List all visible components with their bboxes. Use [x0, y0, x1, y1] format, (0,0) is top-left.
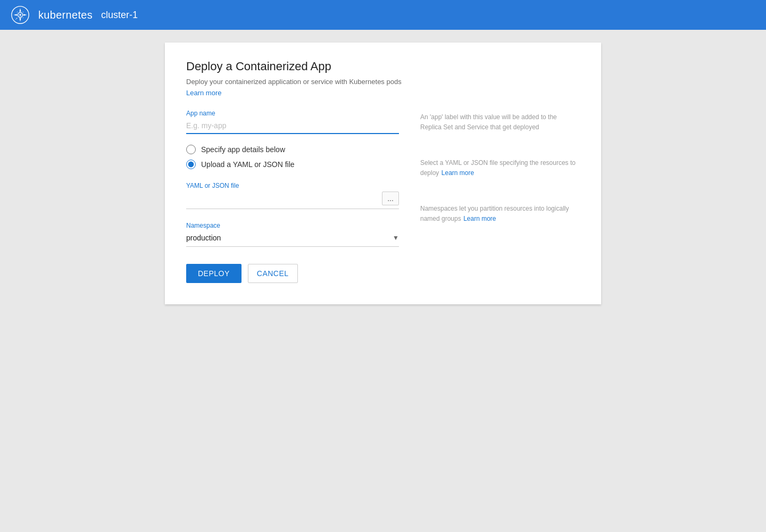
app-name-input[interactable] [186, 119, 399, 134]
namespace-dropdown-icon: ▼ [393, 234, 399, 242]
deploy-button[interactable]: DEPLOY [186, 264, 242, 283]
radio-specify-label: Specify app details below [201, 145, 285, 154]
radio-upload[interactable]: Upload a YAML or JSON file [186, 160, 399, 169]
svg-marker-6 [23, 18, 26, 20]
namespace-learn-more-link[interactable]: Learn more [463, 215, 496, 222]
cluster-name-label: cluster-1 [101, 10, 138, 21]
yaml-file-label: YAML or JSON file [186, 182, 399, 189]
svg-marker-2 [19, 18, 21, 21]
radio-upload-input[interactable] [186, 160, 196, 169]
namespace-hint: Namespaces let you partition resources i… [420, 203, 580, 223]
radio-upload-label: Upload a YAML or JSON file [201, 160, 295, 169]
main-content: Deploy a Containerized App Deploy your c… [0, 30, 766, 532]
app-name-hint-text: An 'app' label with this value will be a… [420, 113, 557, 131]
radio-specify-input[interactable] [186, 145, 196, 154]
deploy-method-radio-group: Specify app details below Upload a YAML … [186, 145, 399, 169]
deploy-card: Deploy a Containerized App Deploy your c… [165, 43, 601, 304]
yaml-file-input[interactable] [186, 194, 378, 203]
app-name-label: kubernetes [38, 9, 93, 21]
svg-marker-5 [15, 10, 18, 12]
card-subtitle: Deploy your containerized application or… [186, 78, 580, 86]
svg-marker-8 [15, 18, 18, 20]
app-name-label: App name [186, 110, 399, 117]
svg-marker-4 [23, 14, 27, 16]
right-column: An 'app' label with this value will be a… [420, 110, 580, 283]
svg-marker-3 [13, 14, 17, 16]
left-column: App name Specify app details below Uploa… [186, 110, 399, 283]
namespace-select-container: default production staging ▼ [186, 231, 399, 247]
namespace-field: Namespace default production staging ▼ [186, 222, 399, 247]
namespace-label: Namespace [186, 222, 399, 229]
yaml-hint: Select a YAML or JSON file specifying th… [420, 157, 580, 178]
svg-marker-1 [19, 8, 21, 12]
yaml-input-row: ... [186, 192, 399, 209]
svg-point-10 [19, 14, 21, 16]
card-learn-more-link[interactable]: Learn more [186, 89, 221, 97]
app-header: kubernetes cluster-1 [0, 0, 766, 30]
yaml-learn-more-link[interactable]: Learn more [442, 169, 474, 177]
radio-specify[interactable]: Specify app details below [186, 145, 399, 154]
app-name-field: App name [186, 110, 399, 145]
svg-marker-7 [23, 10, 26, 12]
namespace-select[interactable]: default production staging [186, 231, 393, 244]
card-title: Deploy a Containerized App [186, 60, 580, 73]
actions-row: DEPLOY CANCEL [186, 264, 399, 283]
app-name-hint: An 'app' label with this value will be a… [420, 112, 580, 132]
kubernetes-logo [11, 5, 30, 24]
card-body: App name Specify app details below Uploa… [186, 110, 580, 283]
browse-button[interactable]: ... [382, 192, 399, 205]
yaml-file-field: YAML or JSON file ... [186, 182, 399, 209]
cancel-button[interactable]: CANCEL [248, 264, 298, 283]
